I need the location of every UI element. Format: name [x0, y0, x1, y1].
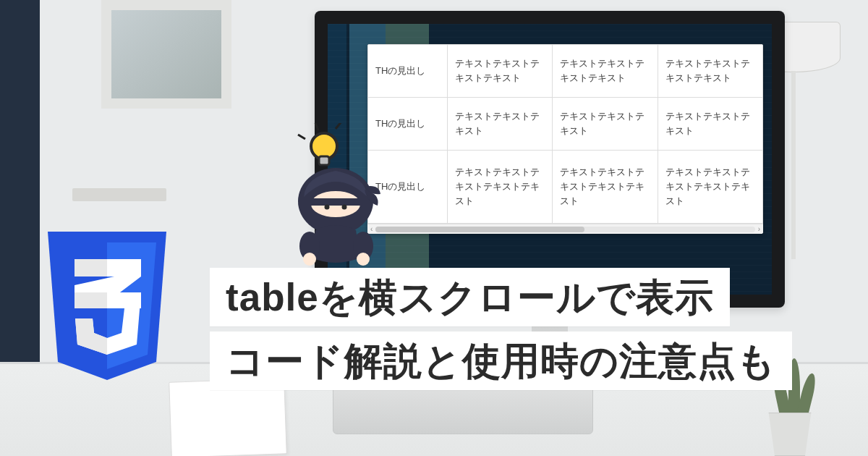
monitor-screen: THの見出し テキストテキストテキストテキスト テキストテキストテキストテキスト…	[328, 24, 772, 295]
css3-logo	[42, 232, 172, 376]
table-row: THの見出し テキストテキストテキスト テキストテキストテキスト テキストテキス…	[368, 98, 763, 151]
ninja-mascot	[279, 123, 388, 268]
table-cell: テキストテキストテキストテキストテキスト	[658, 151, 762, 224]
wall-painting	[101, 0, 231, 109]
table-row-header: THの見出し	[368, 45, 448, 98]
svg-line-9	[315, 123, 318, 130]
horizontal-scrollbar[interactable]: ‹ ›	[367, 224, 763, 234]
svg-rect-16	[311, 198, 360, 206]
scroll-right-icon[interactable]: ›	[758, 225, 760, 233]
svg-marker-6	[75, 259, 107, 276]
scrollbar-track[interactable]	[375, 227, 754, 232]
table-cell: テキストテキストテキスト	[658, 98, 762, 151]
wall-shelf	[72, 188, 166, 201]
svg-point-18	[342, 205, 347, 210]
headline-line-1: tableを横スクロールで表示	[210, 268, 730, 326]
svg-point-17	[325, 205, 330, 210]
headline-line-2: コード解説と使用時の注意点も	[210, 332, 792, 390]
svg-line-10	[336, 123, 341, 129]
table-cell: テキストテキストテキストテキストテキスト	[448, 151, 553, 224]
svg-line-11	[298, 135, 305, 139]
demo-table: THの見出し テキストテキストテキストテキスト テキストテキストテキストテキスト…	[367, 44, 763, 224]
table-preview-window: THの見出し テキストテキストテキストテキスト テキストテキストテキストテキスト…	[367, 44, 763, 234]
svg-point-21	[303, 253, 316, 266]
table-scroll-viewport[interactable]: THの見出し テキストテキストテキストテキスト テキストテキストテキストテキスト…	[367, 44, 763, 224]
lightbulb-icon	[298, 123, 341, 165]
table-row: THの見出し テキストテキストテキストテキスト テキストテキストテキストテキスト…	[368, 45, 763, 98]
scrollbar-thumb[interactable]	[375, 227, 584, 232]
table-cell: テキストテキストテキスト	[448, 98, 553, 151]
table-cell: テキストテキストテキストテキスト	[448, 45, 553, 98]
keyboard	[333, 384, 593, 434]
table-cell: テキストテキストテキストテキスト	[658, 45, 762, 98]
table-row: THの見出し テキストテキストテキストテキストテキスト テキストテキストテキスト…	[368, 151, 763, 224]
svg-rect-13	[319, 156, 329, 165]
table-cell: テキストテキストテキストテキストテキスト	[553, 151, 658, 224]
table-cell: テキストテキストテキストテキスト	[553, 45, 658, 98]
svg-point-22	[357, 253, 370, 266]
table-cell: テキストテキストテキスト	[553, 98, 658, 151]
svg-marker-7	[75, 292, 107, 308]
